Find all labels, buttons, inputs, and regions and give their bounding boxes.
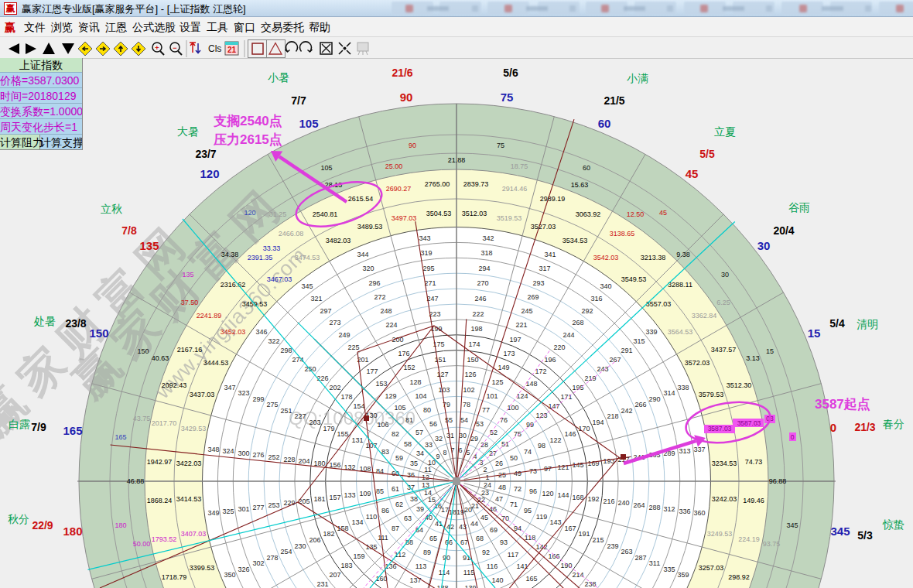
svg-text:124: 124 bbox=[516, 392, 528, 400]
svg-text:136: 136 bbox=[385, 562, 396, 570]
svg-text:3437.57: 3437.57 bbox=[711, 346, 737, 354]
svg-text:0: 0 bbox=[791, 433, 795, 441]
svg-text:315: 315 bbox=[633, 337, 645, 345]
svg-text:2690.27: 2690.27 bbox=[386, 185, 412, 193]
svg-text:157: 157 bbox=[329, 494, 340, 501]
svg-text:40: 40 bbox=[425, 514, 433, 521]
svg-text:340: 340 bbox=[600, 282, 611, 290]
svg-text:249: 249 bbox=[338, 331, 350, 339]
svg-text:144: 144 bbox=[557, 491, 569, 499]
svg-text:204: 204 bbox=[298, 457, 309, 465]
svg-text:109: 109 bbox=[359, 490, 371, 497]
svg-text:218: 218 bbox=[607, 412, 618, 420]
svg-text:5/5: 5/5 bbox=[699, 148, 715, 160]
svg-text:106: 106 bbox=[377, 421, 388, 429]
svg-text:3362.84: 3362.84 bbox=[692, 312, 717, 320]
svg-text:139: 139 bbox=[464, 584, 476, 588]
svg-text:93: 93 bbox=[500, 538, 508, 546]
svg-text:267: 267 bbox=[609, 356, 621, 364]
svg-text:291: 291 bbox=[621, 347, 632, 354]
svg-text:165: 165 bbox=[115, 433, 126, 441]
svg-text:134: 134 bbox=[351, 518, 363, 526]
svg-text:58: 58 bbox=[404, 440, 412, 448]
svg-text:3399.53: 3399.53 bbox=[190, 564, 215, 572]
svg-text:3213.38: 3213.38 bbox=[641, 254, 666, 262]
svg-text:195: 195 bbox=[572, 384, 583, 391]
svg-text:154: 154 bbox=[353, 402, 364, 410]
svg-text:165: 165 bbox=[525, 575, 537, 583]
svg-text:48: 48 bbox=[498, 484, 506, 491]
svg-text:323: 323 bbox=[238, 389, 249, 397]
svg-text:117: 117 bbox=[508, 551, 518, 559]
svg-text:219: 219 bbox=[584, 374, 596, 382]
svg-text:276: 276 bbox=[252, 451, 264, 459]
svg-text:272: 272 bbox=[374, 293, 385, 301]
svg-text:3519.53: 3519.53 bbox=[497, 214, 522, 222]
svg-text:96: 96 bbox=[529, 487, 537, 495]
svg-text:6.25: 6.25 bbox=[716, 299, 730, 306]
svg-text:300: 300 bbox=[238, 450, 249, 457]
svg-text:3504.53: 3504.53 bbox=[426, 210, 452, 217]
svg-text:169: 169 bbox=[587, 460, 599, 467]
svg-text:118: 118 bbox=[525, 534, 535, 542]
svg-text:119: 119 bbox=[536, 513, 547, 521]
svg-text:支搁2540点: 支搁2540点 bbox=[213, 114, 282, 128]
svg-text:129: 129 bbox=[385, 392, 396, 400]
svg-text:317: 317 bbox=[539, 265, 550, 272]
svg-text:34: 34 bbox=[416, 450, 424, 457]
svg-text:66: 66 bbox=[445, 538, 453, 546]
svg-text:150: 150 bbox=[137, 347, 149, 355]
svg-text:319: 319 bbox=[420, 249, 432, 257]
svg-text:336: 336 bbox=[679, 508, 690, 515]
svg-text:182: 182 bbox=[323, 530, 334, 538]
svg-text:173: 173 bbox=[503, 350, 515, 357]
svg-text:2914.46: 2914.46 bbox=[502, 185, 528, 193]
svg-text:清明: 清明 bbox=[857, 318, 878, 330]
svg-text:2615.54: 2615.54 bbox=[348, 195, 374, 203]
svg-text:123: 123 bbox=[535, 412, 547, 419]
svg-text:275: 275 bbox=[266, 401, 278, 409]
svg-text:360: 360 bbox=[693, 509, 705, 517]
svg-text:347: 347 bbox=[224, 384, 235, 391]
svg-text:244: 244 bbox=[563, 331, 574, 339]
svg-text:170: 170 bbox=[578, 425, 590, 432]
svg-text:140: 140 bbox=[491, 576, 503, 584]
svg-text:5/3: 5/3 bbox=[857, 529, 873, 542]
svg-text:198: 198 bbox=[470, 325, 482, 333]
svg-text:80: 80 bbox=[423, 406, 431, 414]
svg-text:346: 346 bbox=[255, 328, 267, 336]
svg-text:93.75: 93.75 bbox=[763, 540, 781, 548]
svg-text:191: 191 bbox=[578, 530, 590, 538]
svg-text:122: 122 bbox=[549, 436, 561, 444]
svg-text:85: 85 bbox=[376, 487, 384, 495]
svg-text:349: 349 bbox=[207, 509, 219, 517]
svg-text:102: 102 bbox=[463, 386, 474, 394]
svg-text:1868.24: 1868.24 bbox=[147, 497, 173, 504]
svg-text:43.75: 43.75 bbox=[133, 415, 151, 422]
svg-text:71: 71 bbox=[510, 501, 518, 508]
svg-text:2391.35: 2391.35 bbox=[248, 254, 273, 262]
svg-text:266: 266 bbox=[634, 401, 646, 409]
svg-text:3474.53: 3474.53 bbox=[295, 254, 320, 262]
svg-text:245: 245 bbox=[521, 307, 532, 315]
svg-text:3542.03: 3542.03 bbox=[593, 254, 619, 262]
svg-text:216: 216 bbox=[603, 497, 614, 505]
svg-text:78: 78 bbox=[463, 401, 470, 409]
svg-text:103: 103 bbox=[438, 386, 450, 394]
svg-text:240: 240 bbox=[617, 499, 629, 507]
svg-text:3437.03: 3437.03 bbox=[190, 391, 215, 398]
svg-text:318: 318 bbox=[480, 249, 492, 257]
svg-text:35: 35 bbox=[410, 460, 418, 467]
svg-text:230: 230 bbox=[294, 542, 306, 550]
svg-text:268: 268 bbox=[572, 319, 583, 326]
svg-text:167: 167 bbox=[564, 525, 576, 532]
svg-text:7/9: 7/9 bbox=[31, 421, 46, 433]
svg-text:21/3: 21/3 bbox=[854, 421, 875, 433]
svg-text:3587.03: 3587.03 bbox=[708, 425, 732, 432]
svg-text:153: 153 bbox=[375, 380, 387, 388]
svg-text:33: 33 bbox=[425, 441, 433, 449]
svg-text:压力2615点: 压力2615点 bbox=[213, 132, 282, 147]
svg-text:44: 44 bbox=[470, 520, 478, 528]
svg-text:135: 135 bbox=[139, 239, 159, 252]
svg-text:56: 56 bbox=[429, 420, 437, 428]
